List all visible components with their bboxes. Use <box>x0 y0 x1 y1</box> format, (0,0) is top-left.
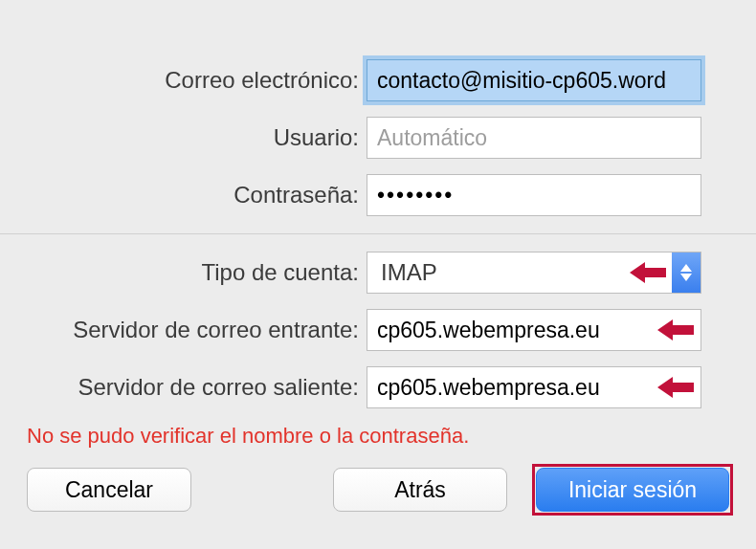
account-type-value: IMAP <box>367 259 672 286</box>
svg-marker-4 <box>657 377 694 398</box>
svg-marker-3 <box>657 319 694 340</box>
svg-marker-2 <box>630 262 666 283</box>
cancel-button[interactable]: Cancelar <box>27 468 191 512</box>
back-button[interactable]: Atrás <box>333 468 507 512</box>
email-label: Correo electrónico: <box>0 67 367 94</box>
password-input[interactable] <box>367 174 701 216</box>
signin-highlight-annotation: Iniciar sesión <box>536 468 729 512</box>
outgoing-server-input[interactable] <box>367 366 701 408</box>
svg-marker-0 <box>680 264 692 272</box>
password-label: Contraseña: <box>0 182 367 209</box>
incoming-server-label: Servidor de correo entrante: <box>0 317 367 343</box>
user-label: Usuario: <box>0 124 367 151</box>
email-input[interactable] <box>367 59 701 101</box>
account-type-label: Tipo de cuenta: <box>0 259 367 286</box>
outgoing-server-label: Servidor de correo saliente: <box>0 374 367 401</box>
divider <box>0 233 756 234</box>
annotation-arrow-icon <box>657 318 694 342</box>
annotation-arrow-icon <box>630 260 666 285</box>
mail-account-setup-sheet: { "labels": { "email": "Correo electróni… <box>0 0 756 549</box>
error-message: No se pudo verificar el nombre o la cont… <box>27 424 756 449</box>
annotation-arrow-icon <box>657 375 694 400</box>
incoming-server-input[interactable] <box>367 309 701 351</box>
svg-marker-1 <box>680 274 692 281</box>
signin-button[interactable]: Iniciar sesión <box>536 468 729 512</box>
select-stepper-icon[interactable] <box>672 253 700 293</box>
user-input[interactable] <box>367 117 701 159</box>
account-type-select[interactable]: IMAP <box>367 252 701 294</box>
